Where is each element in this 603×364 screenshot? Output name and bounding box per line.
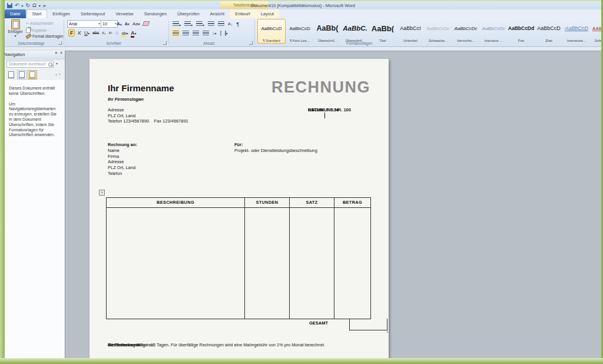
style-untertitel[interactable]: AaBbCcIUntertitel xyxy=(397,19,424,43)
increase-indent-icon[interactable] xyxy=(218,21,224,27)
chevron-down-icon[interactable]: ▾ xyxy=(98,21,100,27)
paragraph-dialog-launcher[interactable] xyxy=(249,41,253,45)
clear-formatting-icon[interactable] xyxy=(142,21,150,26)
close-icon[interactable]: ✕ xyxy=(59,51,63,55)
style-titel[interactable]: AaBb(Titel xyxy=(369,19,396,43)
font-color-button[interactable]: A▾ xyxy=(131,30,136,36)
column-header[interactable]: BETRAG xyxy=(334,198,370,207)
total-amount-cell[interactable] xyxy=(349,319,387,330)
nav-tab-results[interactable] xyxy=(28,70,37,80)
search-icon[interactable] xyxy=(48,62,52,67)
style-ueberschrift-1[interactable]: AaBb(Überschrif... xyxy=(314,19,341,43)
nav-tab-headings[interactable] xyxy=(6,70,16,80)
payment-note[interactable]: Alle Schecks zahlbar an Ihr Firmenname G… xyxy=(108,342,325,348)
table-resize-handle[interactable] xyxy=(387,330,390,333)
tab-entwurf[interactable]: Entwurf xyxy=(230,9,255,18)
table-cell[interactable] xyxy=(289,208,334,319)
company-name[interactable]: Ihr Firmenname xyxy=(108,83,174,93)
invoice-table[interactable]: BESCHREIBUNG STUNDEN SATZ BETRAG xyxy=(106,197,371,319)
nav-pane-options-icon[interactable]: ▾ xyxy=(55,51,58,55)
style-schwache-hervorhebung[interactable]: AaBbCcDcSchwache... xyxy=(425,19,452,43)
numbering-button[interactable]: ▾ xyxy=(184,21,193,27)
cut-button[interactable]: ✂Ausschneiden xyxy=(26,21,54,25)
tab-ansicht[interactable]: Ansicht xyxy=(205,9,230,18)
group-clipboard: Einfügen ▾ ✂Ausschneiden Kopieren Format… xyxy=(5,18,64,46)
grow-font-button[interactable]: A▴ xyxy=(117,21,122,27)
multilevel-list-button[interactable]: ▾ xyxy=(196,21,204,27)
pages-icon xyxy=(19,71,25,78)
borders-button[interactable]: ▾ xyxy=(225,31,228,35)
font-size-combo[interactable]: 10▾ xyxy=(101,20,118,28)
font-name-combo[interactable]: Arial▾ xyxy=(67,20,101,28)
group-styles: AaBbCcD¶ Standard AaBbCcD¶ Kein Lee... A… xyxy=(256,18,601,46)
total-label[interactable]: GESAMT xyxy=(254,320,328,326)
paste-button[interactable]: Einfügen ▾ xyxy=(7,19,24,41)
column-header[interactable]: BESCHREIBUNG xyxy=(107,198,244,207)
column-header[interactable]: STUNDEN xyxy=(244,198,289,207)
tab-datei[interactable]: Datei xyxy=(5,9,26,18)
search-options-icon[interactable]: ▾ xyxy=(56,61,58,65)
tab-einfuegen[interactable]: Einfügen xyxy=(47,9,75,18)
invoice-title[interactable]: RECHNUNG xyxy=(271,78,370,97)
sort-button[interactable]: A↓ xyxy=(228,22,233,26)
column-header[interactable]: SATZ xyxy=(289,198,334,207)
table-cell[interactable] xyxy=(244,208,289,319)
table-cell[interactable] xyxy=(107,208,244,319)
decrease-indent-icon[interactable] xyxy=(208,21,214,27)
underline-button[interactable]: U▾ xyxy=(84,30,90,36)
company-address[interactable]: Adresse PLZ Ort, Land Telefon 123/456789… xyxy=(108,107,188,124)
subscript-button[interactable]: x₂ xyxy=(102,31,105,35)
nav-prev-next-arrows[interactable]: ▴▾ xyxy=(55,72,62,76)
document-page[interactable]: Ihr Firmenname Ihr Firmenslogan Adresse … xyxy=(90,59,389,364)
style-intensive-hervorhebung[interactable]: AaBbCcDcIntensive ... xyxy=(480,19,507,43)
line-spacing-button[interactable]: ↕▾ xyxy=(213,31,217,35)
tab-sendungen[interactable]: Sendungen xyxy=(139,9,172,18)
clipboard-dialog-launcher[interactable] xyxy=(58,41,62,45)
nav-empty-message: Dieses Dokument enthält keine Überschrif… xyxy=(9,86,59,97)
table-cell[interactable] xyxy=(334,208,370,319)
bill-to-block[interactable]: Name Firma Adresse PLZ Ort, Land Telefon xyxy=(108,148,135,177)
bill-to-label[interactable]: Rechnung an: xyxy=(108,142,137,147)
style-ueberschrift-2[interactable]: AaBbC.Überschrif... xyxy=(342,19,369,43)
table-body-row[interactable] xyxy=(107,208,370,319)
style-kein-leerraum[interactable]: AaBbCcD¶ Kein Lee... xyxy=(286,19,313,43)
change-case-button[interactable]: Aa▾ xyxy=(132,21,140,27)
table-move-handle[interactable]: + xyxy=(99,190,105,196)
strikethrough-button[interactable]: abc xyxy=(92,31,99,35)
style-schwacher-verweis[interactable]: AABBCCDSchwache... xyxy=(591,19,601,43)
paste-dropdown-icon[interactable]: ▾ xyxy=(14,34,16,38)
tab-verweise[interactable]: Verweise xyxy=(110,9,138,18)
align-right-icon[interactable] xyxy=(193,31,199,36)
style-intensives-zitat[interactable]: AaBbCcDIntensives... xyxy=(563,19,590,43)
justify-icon[interactable] xyxy=(203,31,209,36)
font-dialog-launcher[interactable] xyxy=(163,41,167,45)
style-zitat[interactable]: AaBbCcDZitat xyxy=(535,19,562,43)
style-fett[interactable]: AaBbCcDdFett xyxy=(508,19,535,43)
tab-seitenlayout[interactable]: Seitenlayout xyxy=(75,9,110,18)
copy-button[interactable]: Kopieren xyxy=(26,28,47,33)
show-paragraph-marks-button[interactable]: ¶ xyxy=(236,21,239,27)
bold-button[interactable]: F xyxy=(68,29,75,37)
for-label[interactable]: Für: xyxy=(234,142,243,147)
italic-button[interactable]: K xyxy=(78,30,81,36)
style-standard[interactable]: AaBbCcD¶ Standard xyxy=(257,19,286,44)
style-hervorhebung[interactable]: AaBbCcDcHervorhe... xyxy=(452,19,479,43)
align-center-icon[interactable] xyxy=(183,31,189,36)
tab-start[interactable]: Start xyxy=(26,9,48,18)
shading-button[interactable] xyxy=(220,31,221,35)
paragraph-row-2: ↕▾ ▾ xyxy=(173,29,228,37)
format-painter-button[interactable]: Format übertragen xyxy=(26,34,63,38)
navigation-tabs xyxy=(6,70,37,80)
align-left-icon[interactable] xyxy=(173,31,179,36)
text-effects-button[interactable]: A xyxy=(115,30,118,36)
shrink-font-button[interactable]: A▾ xyxy=(125,21,130,27)
superscript-button[interactable]: x² xyxy=(109,31,112,35)
tab-ueberpruefen[interactable]: Überprüfen xyxy=(172,9,205,18)
search-input[interactable] xyxy=(6,61,54,68)
for-description[interactable]: Projekt- oder Dienstleistungsbeschreibun… xyxy=(234,148,317,153)
tab-layout[interactable]: Layout xyxy=(256,9,280,18)
highlight-button[interactable]: ab▾ xyxy=(122,30,128,36)
company-slogan[interactable]: Ihr Firmenslogan xyxy=(108,97,144,102)
bullets-button[interactable]: ▾ xyxy=(173,21,181,27)
nav-tab-pages[interactable] xyxy=(17,70,26,80)
